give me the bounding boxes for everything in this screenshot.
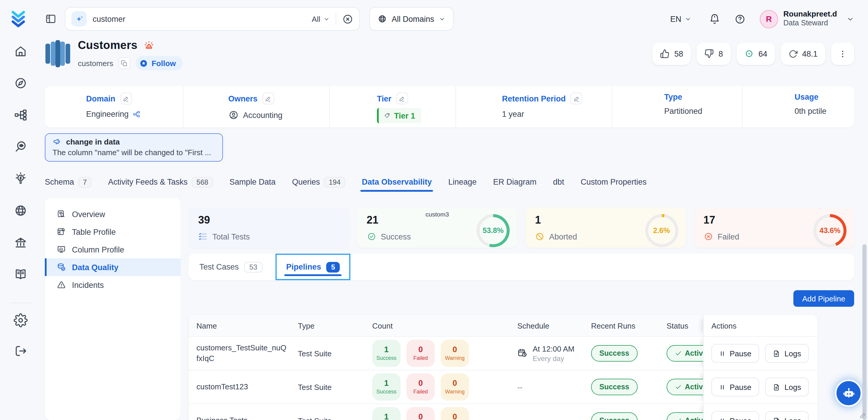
edit-pencil-icon[interactable] [570, 93, 582, 104]
nav-insights-bulb-icon[interactable] [13, 172, 28, 186]
tab-schema[interactable]: Schema7 [45, 172, 91, 192]
add-pipeline-button[interactable]: Add Pipeline [794, 290, 854, 307]
nav-home-icon[interactable] [13, 44, 28, 58]
user-menu-chevron-icon[interactable] [846, 15, 854, 23]
owners-label: Owners [228, 94, 257, 103]
nav-settings-gear-icon[interactable] [13, 313, 28, 327]
quality-score-button[interactable]: 64 [737, 42, 775, 65]
tab-activity-feeds[interactable]: Activity Feeds & Tasks568 [108, 172, 213, 192]
menu-item-table-profile[interactable]: Table Profile [45, 223, 181, 241]
pause-icon [719, 383, 725, 391]
language-selector[interactable]: EN [670, 14, 691, 23]
tier-badge[interactable]: Tier 1 [377, 108, 421, 123]
recent-run-badge[interactable]: Success [591, 379, 638, 395]
total-tests-checklist-icon [198, 232, 208, 241]
menu-item-data-quality[interactable]: Data Quality [45, 258, 181, 276]
tab-er-diagram[interactable]: ER Diagram [493, 172, 536, 192]
pause-button[interactable]: Pause [711, 411, 759, 420]
success-card: custom3 21 Success 53.8% [357, 208, 517, 248]
schedule-time: At 12:00 AM [533, 344, 575, 353]
pipeline-name[interactable]: customTest123 [189, 370, 290, 403]
subtab-pipelines[interactable]: Pipelines 5 [276, 253, 350, 280]
nav-govern-bank-icon[interactable] [13, 235, 28, 249]
tier-tag-icon [383, 112, 391, 119]
sidebar-toggle-icon[interactable] [45, 13, 57, 25]
clear-search-icon[interactable] [342, 13, 353, 25]
entity-name: customers [78, 59, 113, 67]
copy-icon[interactable] [119, 57, 130, 69]
search-scope-dropdown[interactable]: All [312, 14, 330, 23]
tab-custom-properties[interactable]: Custom Properties [581, 172, 647, 192]
domains-filter-button[interactable]: All Domains [369, 7, 454, 31]
pipeline-type: Test Suite [290, 370, 365, 403]
tab-sample-data[interactable]: Sample Data [229, 172, 276, 192]
row-kebab-menu-icon[interactable] [815, 414, 817, 420]
pause-button[interactable]: Pause [711, 344, 759, 363]
aborted-card: 1 Aborted 2.6% [526, 208, 686, 248]
follow-button[interactable]: Follow [136, 56, 183, 70]
edit-pencil-icon[interactable] [262, 93, 274, 104]
global-search-bar[interactable]: customer All [65, 7, 360, 31]
menu-item-incidents[interactable]: Incidents [45, 276, 181, 294]
menu-item-column-profile[interactable]: Column Profile [45, 241, 181, 258]
edit-pencil-icon[interactable] [120, 93, 132, 104]
ai-sparkle-icon[interactable] [71, 11, 87, 27]
openmetadata-logo-icon[interactable] [9, 10, 27, 28]
pipeline-name[interactable]: Business Tests [189, 403, 290, 420]
nav-logout-icon[interactable] [13, 344, 28, 358]
table-row: customTest123 Test Suite 1Success 0Faile… [189, 370, 817, 403]
tab-lineage[interactable]: Lineage [448, 172, 476, 192]
freshness-button[interactable]: 48.1 [781, 42, 825, 65]
logs-button[interactable]: Logs [765, 378, 809, 396]
failed-donut: 43.6% [813, 214, 846, 247]
row-kebab-menu-icon[interactable] [815, 380, 817, 394]
status-badge: Active [666, 379, 703, 395]
pipeline-name[interactable]: customers_TestSuite_nuQfxIqC [189, 336, 290, 370]
chatbot-button[interactable] [836, 381, 861, 405]
subtab-test-cases[interactable]: Test Cases 53 [199, 262, 262, 272]
schedule-time: -- [517, 383, 522, 391]
nav-domains-globe-icon[interactable] [13, 204, 28, 218]
logs-button[interactable]: Logs [765, 344, 809, 363]
recent-run-badge[interactable]: Success [591, 412, 638, 420]
notifications-bell-icon[interactable] [709, 13, 720, 25]
pipeline-type: Test Suite [290, 403, 365, 420]
vertical-scrollbar[interactable] [862, 244, 867, 420]
help-icon[interactable] [734, 13, 746, 25]
schedule-time: -- [517, 416, 522, 420]
announcement-body: The column "name" will be changed to "Fi… [53, 148, 215, 157]
success-donut: 53.8% [476, 214, 510, 247]
owners-value[interactable]: Accounting [243, 111, 283, 119]
domain-hierarchy-icon [133, 110, 141, 118]
downvote-button[interactable]: 8 [696, 42, 731, 65]
recent-run-badge[interactable]: Success [591, 345, 638, 362]
upvote-button[interactable]: 58 [652, 42, 691, 65]
tab-queries[interactable]: Queries194 [292, 172, 345, 192]
pause-button[interactable]: Pause [711, 378, 759, 396]
tab-dbt[interactable]: dbt [553, 172, 564, 192]
domain-value[interactable]: Engineering [86, 110, 129, 119]
nav-lineage-network-icon[interactable] [13, 108, 28, 122]
announcement-title: change in data [66, 138, 120, 146]
alert-siren-icon[interactable] [143, 40, 155, 51]
col-type: Type [290, 315, 365, 336]
row-kebab-menu-icon[interactable] [815, 347, 817, 360]
count-failed-badge: 0Failed [406, 407, 435, 420]
announcement-banner[interactable]: change in data The column "name" will be… [45, 133, 223, 162]
divider [336, 13, 336, 25]
nav-observability-icon[interactable] [13, 140, 28, 154]
entity-header: Customers customers Follow 58 8 [45, 39, 854, 70]
search-input[interactable]: customer [93, 14, 306, 23]
metadata-domain: Domain Engineering [45, 86, 183, 127]
edit-pencil-icon[interactable] [396, 93, 408, 104]
menu-item-overview[interactable]: Overview [45, 205, 181, 223]
nav-explore-compass-icon[interactable] [13, 76, 28, 90]
kebab-menu-icon[interactable] [831, 42, 854, 65]
pause-icon [719, 350, 725, 357]
logs-button[interactable]: Logs [765, 411, 809, 420]
calendar-clock-icon [517, 348, 528, 359]
user-info[interactable]: Rounakpreet.d Data Steward [783, 9, 837, 28]
nav-glossary-book-icon[interactable] [13, 267, 28, 281]
tab-data-observability[interactable]: Data Observability [362, 172, 432, 192]
user-avatar[interactable]: R [760, 10, 778, 28]
